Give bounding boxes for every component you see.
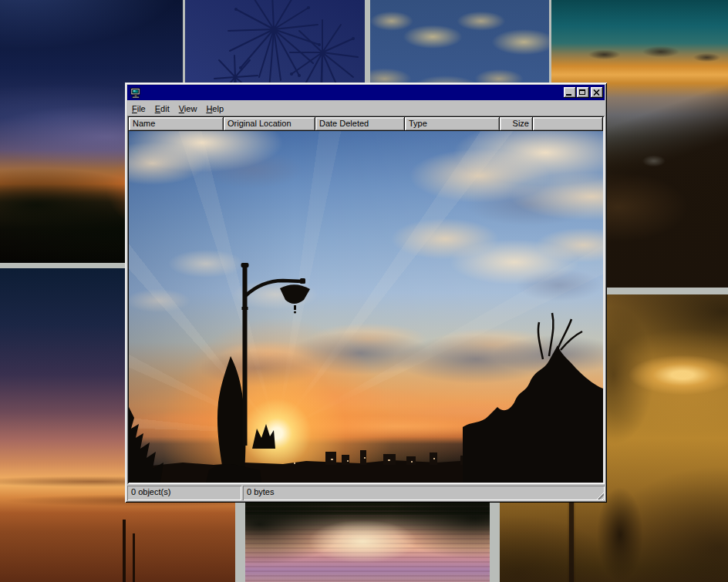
file-list-view[interactable]: Name Original Location Date Deleted Type… <box>127 116 605 484</box>
titlebar[interactable] <box>127 85 605 100</box>
recycle-bin-window: File Edit View Help Name Original Locati… <box>125 82 607 503</box>
street-lamp-silhouette <box>241 263 311 446</box>
column-header-type[interactable]: Type <box>405 117 500 131</box>
close-icon <box>593 89 600 96</box>
close-button[interactable] <box>591 87 603 98</box>
column-header-size[interactable]: Size <box>500 117 533 131</box>
dead-tree-pole <box>133 533 135 582</box>
column-header-filler <box>533 117 603 131</box>
menu-edit[interactable]: Edit <box>150 103 174 115</box>
status-total-size-label: 0 bytes <box>247 487 274 496</box>
maximize-icon <box>579 89 585 95</box>
menu-view[interactable]: View <box>174 103 202 115</box>
resize-grip[interactable] <box>595 490 604 500</box>
column-header-name[interactable]: Name <box>129 117 224 131</box>
computer-icon[interactable] <box>130 87 142 99</box>
silhouettes <box>129 131 603 483</box>
dead-tree-pole <box>123 520 126 582</box>
menu-help[interactable]: Help <box>201 103 228 115</box>
listview-background-sunset-photo <box>129 131 603 483</box>
minimize-icon <box>566 94 571 96</box>
status-total-size: 0 bytes <box>243 486 605 500</box>
statusbar: 0 object(s) 0 bytes <box>127 486 605 500</box>
minimize-button[interactable] <box>564 87 576 98</box>
column-header-original-location[interactable]: Original Location <box>224 117 315 131</box>
menu-file[interactable]: File <box>127 103 150 115</box>
desktop: { "window": { "title": "", "title_icon":… <box>0 0 728 582</box>
menubar: File Edit View Help <box>127 101 605 116</box>
maximize-button[interactable] <box>577 87 589 98</box>
column-header-date-deleted[interactable]: Date Deleted <box>315 117 405 131</box>
column-header-row: Name Original Location Date Deleted Type… <box>129 117 603 131</box>
status-object-count: 0 object(s) <box>127 486 241 500</box>
